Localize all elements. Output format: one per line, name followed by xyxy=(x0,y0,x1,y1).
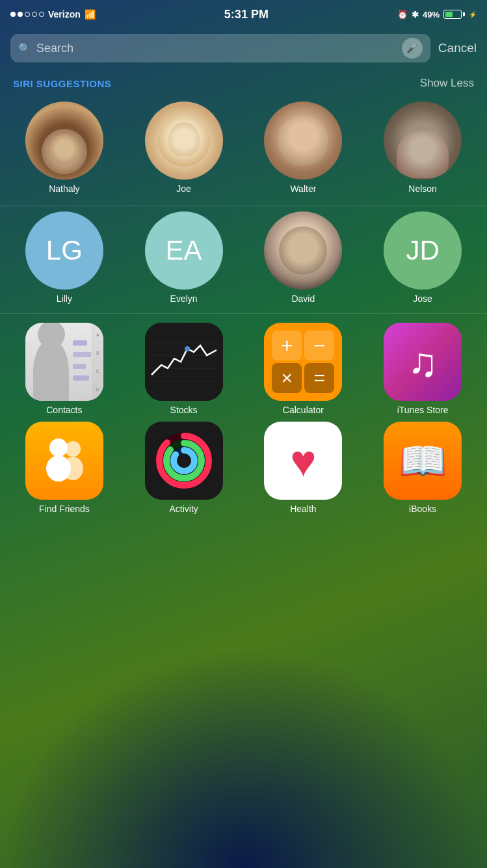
app-contacts[interactable]: ABCD Contacts xyxy=(8,323,121,415)
itunes-app-label: iTunes Store xyxy=(397,405,449,415)
heart-icon: ♥ xyxy=(290,439,316,483)
app-calculator[interactable]: + − × = Calculator xyxy=(247,323,360,415)
contact-evelyn[interactable]: EA Evelyn xyxy=(127,211,241,304)
signal-dot-3 xyxy=(25,12,30,17)
apps-grid-row1: ABCD Contacts xyxy=(8,323,479,415)
contact-name-david: David xyxy=(291,293,315,304)
siri-suggestions-header: SIRI SUGGESTIONS Show Less xyxy=(0,68,487,96)
contacts-app-label: Contacts xyxy=(46,405,82,415)
battery-percent: 49% xyxy=(423,10,440,20)
contact-walter[interactable]: Walter xyxy=(247,102,360,194)
svg-rect-0 xyxy=(145,323,223,401)
svg-point-9 xyxy=(46,455,71,481)
signal-strength xyxy=(10,12,44,17)
signal-dot-5 xyxy=(39,12,44,17)
avatar-david xyxy=(264,211,342,290)
itunes-app-icon: ♫ xyxy=(384,323,462,401)
find-friends-app-label: Find Friends xyxy=(39,504,90,514)
health-app-icon: ♥ xyxy=(264,422,342,500)
svg-point-5 xyxy=(185,346,190,351)
app-stocks[interactable]: Stocks xyxy=(127,323,241,415)
contact-nelson[interactable]: Nelson xyxy=(366,102,479,194)
search-input[interactable]: Search xyxy=(36,42,397,55)
contacts-row-2: LG Lilly EA Evelyn David JD Jose xyxy=(0,206,487,314)
avatar-nathaly xyxy=(25,102,103,180)
activity-app-label: Activity xyxy=(169,504,198,514)
bottom-area xyxy=(0,647,487,868)
contact-name-lilly: Lilly xyxy=(57,293,72,304)
contact-name-jose: Jose xyxy=(413,293,432,304)
apps-grid-row2: Find Friends Activity xyxy=(8,422,479,514)
contact-david[interactable]: David xyxy=(247,211,360,304)
status-right: ⏰ ✱ 49% ⚡ xyxy=(397,10,477,20)
activity-app-icon xyxy=(145,422,223,500)
contacts-app-icon: ABCD xyxy=(25,323,103,401)
ibooks-app-label: iBooks xyxy=(409,504,436,514)
cancel-button[interactable]: Cancel xyxy=(438,41,477,55)
contact-name-joe: Joe xyxy=(176,183,191,194)
calculator-app-label: Calculator xyxy=(283,405,324,415)
app-activity[interactable]: Activity xyxy=(127,422,241,514)
search-icon: 🔍 xyxy=(18,42,31,55)
status-left: Verizon 📶 xyxy=(10,9,96,20)
avatar-nelson xyxy=(384,102,462,180)
status-bar: Verizon 📶 5:31 PM ⏰ ✱ 49% ⚡ xyxy=(0,0,487,29)
contacts-row-1: Nathaly Joe Walter Nelson xyxy=(0,96,487,206)
stocks-app-label: Stocks xyxy=(170,405,198,415)
avatar-walter xyxy=(264,102,342,180)
avatar-jose: JD xyxy=(384,211,462,290)
app-find-friends[interactable]: Find Friends xyxy=(8,422,121,514)
alarm-icon: ⏰ xyxy=(397,10,408,20)
search-container: 🔍 Search 🎤 Cancel xyxy=(0,29,487,68)
signal-dot-2 xyxy=(18,12,23,17)
avatar-joe xyxy=(145,102,223,180)
bluetooth-icon: ✱ xyxy=(412,10,419,20)
contact-lilly[interactable]: LG Lilly xyxy=(8,211,121,304)
contact-nathaly[interactable]: Nathaly xyxy=(8,102,121,194)
contact-name-walter: Walter xyxy=(290,183,316,194)
search-bar[interactable]: 🔍 Search 🎤 xyxy=(10,34,430,62)
find-friends-app-icon xyxy=(25,422,103,500)
show-less-button[interactable]: Show Less xyxy=(420,77,474,90)
avatar-evelyn: EA xyxy=(145,211,223,290)
battery-fill xyxy=(445,12,453,17)
carrier-label: Verizon xyxy=(48,9,81,20)
book-icon: 📖 xyxy=(399,438,447,484)
calculator-app-icon: + − × = xyxy=(264,323,342,401)
contact-jose[interactable]: JD Jose xyxy=(366,211,479,304)
music-note-icon: ♫ xyxy=(408,339,438,385)
activity-rings-svg xyxy=(155,432,213,489)
avatar-lilly: LG xyxy=(25,211,103,290)
svg-point-15 xyxy=(174,450,194,471)
stocks-app-icon xyxy=(145,323,223,401)
battery-indicator xyxy=(443,10,465,19)
time-display: 5:31 PM xyxy=(224,8,269,21)
contact-name-nathaly: Nathaly xyxy=(49,183,79,194)
apps-section: ABCD Contacts xyxy=(0,314,487,521)
battery-tip xyxy=(463,12,465,16)
contact-name-evelyn: Evelyn xyxy=(170,293,198,304)
microphone-icon[interactable]: 🎤 xyxy=(402,38,423,59)
svg-point-8 xyxy=(49,439,68,457)
app-itunes[interactable]: ♫ iTunes Store xyxy=(366,323,479,415)
ibooks-app-icon: 📖 xyxy=(384,422,462,500)
app-health[interactable]: ♥ Health xyxy=(247,422,360,514)
contact-name-nelson: Nelson xyxy=(408,183,437,194)
signal-dot-4 xyxy=(32,12,37,17)
app-ibooks[interactable]: 📖 iBooks xyxy=(366,422,479,514)
charging-icon: ⚡ xyxy=(469,11,477,18)
wifi-icon: 📶 xyxy=(85,9,96,20)
battery-body xyxy=(443,10,462,19)
siri-suggestions-title: SIRI SUGGESTIONS xyxy=(13,78,111,89)
health-app-label: Health xyxy=(290,504,316,514)
contact-joe[interactable]: Joe xyxy=(127,102,241,194)
signal-dot-1 xyxy=(10,12,16,17)
